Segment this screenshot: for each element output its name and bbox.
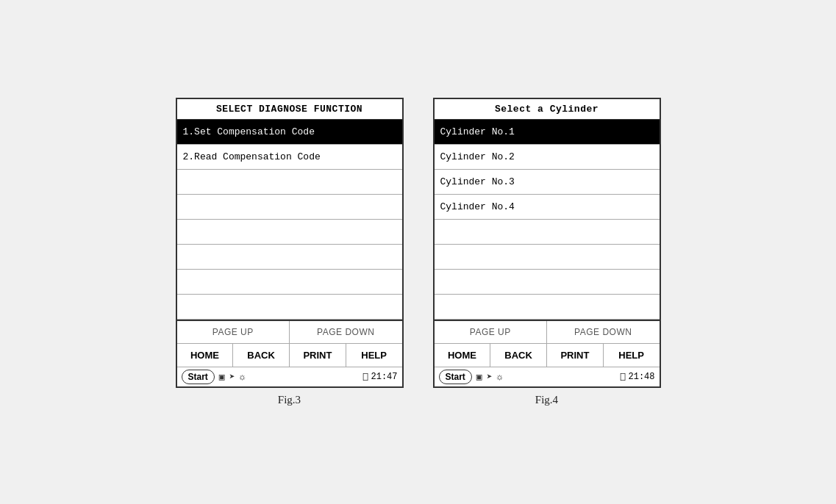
start-btn-fig3[interactable]: Start — [182, 370, 215, 384]
menu-list-fig3: 1.Set Compensation Code2.Read Compensati… — [177, 120, 402, 320]
menu-item-fig4-4 — [435, 220, 660, 245]
back-btn-fig3[interactable]: BACK — [233, 344, 290, 367]
menu-item-fig4-0[interactable]: Cylinder No.1 — [435, 120, 660, 145]
home-btn-fig3[interactable]: HOME — [177, 344, 234, 367]
menu-item-fig3-7 — [177, 295, 402, 320]
fig4-label: Fig.4 — [535, 394, 558, 406]
taskbar-time-fig3: ⎕ 21:47 — [363, 372, 398, 382]
help-btn-fig4[interactable]: HELP — [604, 344, 660, 367]
time-fig3: 21:47 — [371, 372, 397, 382]
screen-fig3: SELECT DIAGNOSE FUNCTION 1.Set Compensat… — [176, 98, 404, 388]
menu-item-fig4-2[interactable]: Cylinder No.3 — [435, 170, 660, 195]
screen-fig4: Select a Cylinder Cylinder No.1Cylinder … — [433, 98, 661, 388]
back-btn-fig4[interactable]: BACK — [490, 344, 547, 367]
keyboard-icon-fig3: ⎕ — [363, 372, 368, 382]
taskbar-fig4: Start ▣ ➤ ☼ ⎕ 21:48 — [435, 367, 660, 386]
page-nav-fig3: PAGE UP PAGE DOWN — [177, 321, 402, 344]
page-down-btn-fig4[interactable]: PAGE DOWN — [547, 321, 660, 343]
page-down-btn-fig3[interactable]: PAGE DOWN — [290, 321, 402, 343]
desktop-icon-fig3: ▣ — [219, 371, 225, 383]
bottom-section-fig3: PAGE UP PAGE DOWN HOME BACK PRINT HELP S… — [177, 320, 402, 386]
menu-item-fig3-4 — [177, 220, 402, 245]
fig3-label: Fig.3 — [278, 394, 301, 406]
brightness-icon-fig4: ☼ — [497, 372, 503, 383]
menu-item-fig3-2 — [177, 170, 402, 195]
brightness-icon-fig3: ☼ — [240, 372, 246, 383]
help-btn-fig3[interactable]: HELP — [346, 344, 402, 367]
screen-fig3-header: SELECT DIAGNOSE FUNCTION — [177, 99, 402, 120]
menu-list-fig4: Cylinder No.1Cylinder No.2Cylinder No.3C… — [435, 120, 660, 320]
print-btn-fig3[interactable]: PRINT — [290, 344, 346, 367]
start-btn-fig4[interactable]: Start — [439, 370, 472, 384]
page-nav-fig4: PAGE UP PAGE DOWN — [435, 321, 660, 344]
bottom-section-fig4: PAGE UP PAGE DOWN HOME BACK PRINT HELP S… — [435, 320, 660, 386]
action-buttons-fig4: HOME BACK PRINT HELP — [435, 344, 660, 367]
menu-item-fig4-3[interactable]: Cylinder No.4 — [435, 195, 660, 220]
menu-item-fig3-1[interactable]: 2.Read Compensation Code — [177, 145, 402, 170]
page-up-btn-fig4[interactable]: PAGE UP — [435, 321, 548, 343]
action-buttons-fig3: HOME BACK PRINT HELP — [177, 344, 402, 367]
menu-item-fig4-1[interactable]: Cylinder No.2 — [435, 145, 660, 170]
menu-item-fig4-7 — [435, 295, 660, 320]
cursor-icon-fig3: ➤ — [229, 371, 235, 383]
desktop-icon-fig4: ▣ — [476, 371, 482, 383]
menu-item-fig4-6 — [435, 270, 660, 295]
keyboard-icon-fig4: ⎕ — [621, 372, 626, 382]
time-fig4: 21:48 — [628, 372, 654, 382]
menu-item-fig4-5 — [435, 245, 660, 270]
print-btn-fig4[interactable]: PRINT — [547, 344, 604, 367]
home-btn-fig4[interactable]: HOME — [435, 344, 491, 367]
page-up-btn-fig3[interactable]: PAGE UP — [177, 321, 290, 343]
cursor-icon-fig4: ➤ — [487, 371, 493, 383]
figure-3-container: SELECT DIAGNOSE FUNCTION 1.Set Compensat… — [176, 98, 404, 406]
figures-row: SELECT DIAGNOSE FUNCTION 1.Set Compensat… — [161, 83, 676, 421]
menu-item-fig3-6 — [177, 270, 402, 295]
menu-item-fig3-3 — [177, 195, 402, 220]
menu-item-fig3-5 — [177, 245, 402, 270]
screen-fig4-header: Select a Cylinder — [435, 99, 660, 120]
menu-item-fig3-0[interactable]: 1.Set Compensation Code — [177, 120, 402, 145]
figure-4-container: Select a Cylinder Cylinder No.1Cylinder … — [433, 98, 661, 406]
taskbar-fig3: Start ▣ ➤ ☼ ⎕ 21:47 — [177, 367, 402, 386]
taskbar-time-fig4: ⎕ 21:48 — [621, 372, 655, 382]
